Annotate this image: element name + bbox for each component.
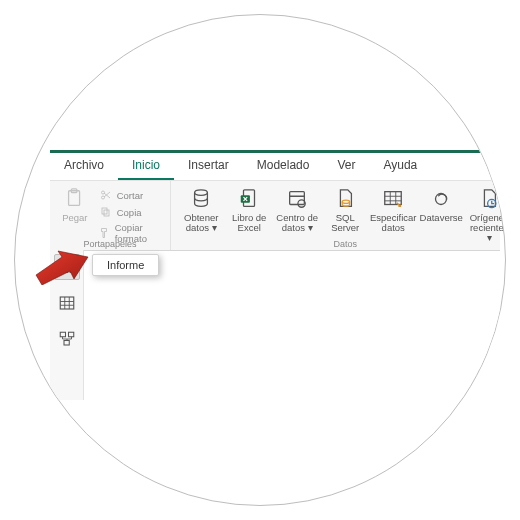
libro-excel-button[interactable]: Libro de Excel [225, 185, 273, 235]
clipboard-small-buttons: Cortar Copia Copiar formato [94, 185, 165, 247]
circular-frame: Archivo Inicio Insertar Modelado Ver Ayu… [14, 14, 506, 506]
database-icon [188, 187, 214, 211]
pegar-button[interactable]: Pegar [56, 185, 94, 235]
svg-rect-19 [68, 332, 73, 337]
svg-rect-17 [60, 297, 74, 309]
tooltip-informe: Informe [92, 254, 159, 276]
centro-datos-label: Centro de datos ▾ [275, 213, 319, 233]
ribbon-tabs: Archivo Inicio Insertar Modelado Ver Ayu… [50, 153, 500, 181]
rail-model-view[interactable] [54, 326, 80, 352]
svg-point-6 [195, 190, 208, 196]
rail-data-view[interactable] [54, 290, 80, 316]
format-painter-icon [99, 226, 111, 240]
tab-inicio[interactable]: Inicio [118, 153, 174, 180]
sql-server-label: SQL Server [323, 213, 367, 233]
tab-ayuda[interactable]: Ayuda [369, 153, 431, 180]
bar-chart-icon [58, 258, 76, 276]
copia-button[interactable]: Copia [96, 204, 163, 220]
enter-data-icon [380, 187, 406, 211]
recent-sources-icon [476, 187, 502, 211]
pegar-label: Pegar [62, 213, 87, 233]
cortar-button[interactable]: Cortar [96, 187, 163, 203]
group-portapapeles: Pegar Cortar Copia [50, 181, 171, 250]
svg-rect-18 [60, 332, 65, 337]
app-window: Archivo Inicio Insertar Modelado Ver Ayu… [50, 150, 500, 370]
tab-modelado[interactable]: Modelado [243, 153, 324, 180]
dataverse-label: Dataverse [420, 213, 463, 233]
origenes-recientes-button[interactable]: Orígenes recientes ▾ [465, 185, 506, 245]
ribbon: Pegar Cortar Copia [50, 181, 500, 251]
svg-rect-9 [290, 192, 305, 205]
especificar-datos-label: Especificar datos [370, 213, 416, 233]
especificar-datos-button[interactable]: Especificar datos [369, 185, 417, 235]
data-hub-icon [284, 187, 310, 211]
tab-insertar[interactable]: Insertar [174, 153, 243, 180]
table-icon [58, 294, 76, 312]
svg-rect-20 [64, 341, 69, 346]
svg-rect-5 [104, 210, 109, 216]
obtener-datos-button[interactable]: Obtener datos ▾ [177, 185, 225, 235]
svg-rect-14 [61, 266, 63, 272]
obtener-datos-label: Obtener datos ▾ [179, 213, 223, 233]
tab-ver[interactable]: Ver [323, 153, 369, 180]
sql-server-button[interactable]: SQL Server [321, 185, 369, 235]
view-rail [50, 250, 84, 400]
paste-icon [62, 187, 88, 211]
dataverse-button[interactable]: Dataverse [417, 185, 465, 235]
libro-excel-label: Libro de Excel [227, 213, 271, 233]
group-datos: Obtener datos ▾ Libro de Excel Centro de… [171, 181, 506, 250]
excel-file-icon [236, 187, 262, 211]
copia-label: Copia [117, 207, 142, 218]
group-label-datos: Datos [171, 239, 506, 250]
svg-rect-12 [385, 192, 402, 205]
model-icon [58, 330, 76, 348]
copy-icon [99, 205, 113, 219]
svg-rect-15 [65, 263, 67, 273]
centro-datos-button[interactable]: Centro de datos ▾ [273, 185, 321, 235]
rail-report-view[interactable] [54, 254, 80, 280]
dataverse-icon [428, 187, 454, 211]
svg-rect-16 [70, 265, 72, 273]
cortar-label: Cortar [117, 190, 143, 201]
scissors-icon [99, 188, 113, 202]
tab-archivo[interactable]: Archivo [50, 153, 118, 180]
group-label-portapapeles: Portapapeles [50, 239, 170, 250]
svg-rect-4 [102, 208, 107, 214]
svg-point-11 [342, 200, 349, 203]
sql-file-icon [332, 187, 358, 211]
